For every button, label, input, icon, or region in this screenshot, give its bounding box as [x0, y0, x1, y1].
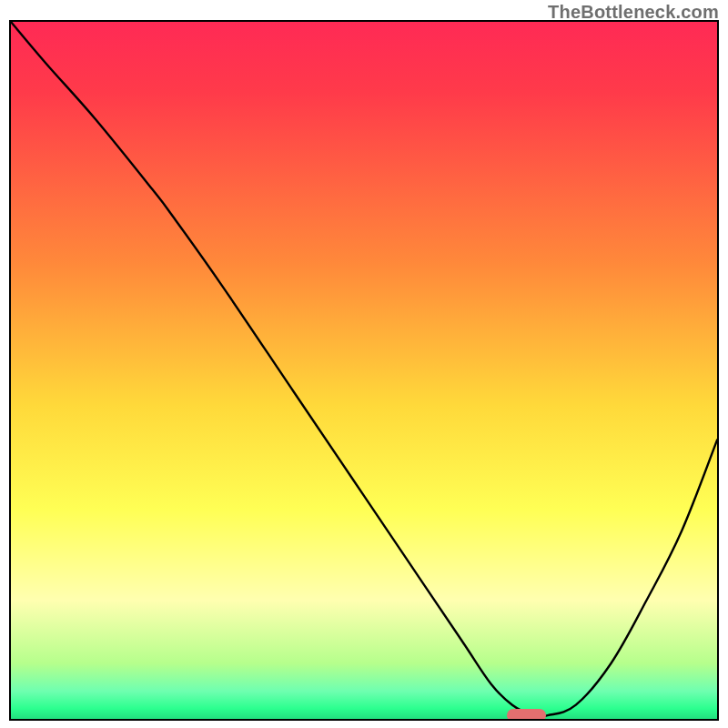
chart-frame [9, 20, 719, 721]
optimum-marker [507, 709, 546, 721]
bottleneck-curve [11, 22, 717, 717]
curve-svg [11, 22, 717, 719]
